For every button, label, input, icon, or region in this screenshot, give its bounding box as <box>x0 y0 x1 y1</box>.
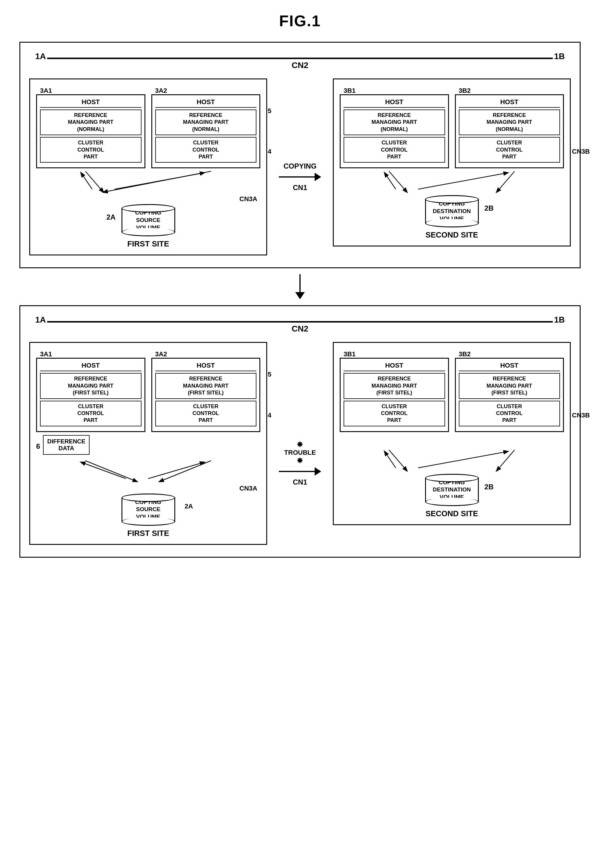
bus-label-left-2: 1A <box>35 315 46 325</box>
cn3b-label-1: CN3B <box>572 148 590 156</box>
host-3a1-label: HOST <box>40 98 141 108</box>
line4-label-1: 4 <box>268 148 271 156</box>
host-3b2-label: HOST <box>459 98 560 108</box>
host-3b2-cluster: CLUSTER CONTROL PART <box>459 137 560 163</box>
second-site-1: 3B1 HOST REFERENCE MANAGING PART (NORMAL… <box>333 79 571 246</box>
host-3a1-d2-label: HOST <box>40 361 141 371</box>
sites-row-2: 3A1 HOST REFERENCE MANAGING PART (FIRST … <box>29 342 571 544</box>
first-site-label-1: FIRST SITE <box>36 239 260 248</box>
arrows-svg-2a <box>36 461 260 485</box>
host-3a1: 3A1 HOST REFERENCE MANAGING PART (NORMAL… <box>36 94 145 168</box>
second-site-volume-area-1: 2B COPYING DESTINATION VOLUME <box>340 171 564 227</box>
host-3a1-number: 3A1 <box>40 87 52 95</box>
first-site-2: 3A1 HOST REFERENCE MANAGING PART (FIRST … <box>29 342 267 544</box>
host-3b1-d2-ref: REFERENCE MANAGING PART (FIRST SITEL) <box>344 373 445 399</box>
volume-1a-id: 2A <box>106 213 116 221</box>
line4-label-2: 4 <box>268 411 271 419</box>
host-3b1-d2-label: HOST <box>344 361 445 371</box>
volume-2a-id: 2A <box>185 502 193 510</box>
host-3b2-number: 3B2 <box>459 87 471 95</box>
svg-line-9 <box>159 461 211 482</box>
first-site-volume-area-2: 6 DIFFERENCE DATA <box>36 435 260 526</box>
host-3b2-ref: REFERENCE MANAGING PART (NORMAL) <box>459 109 560 135</box>
volume-1a: 2A COPYING SOURCE VOLUME <box>121 204 175 236</box>
host-3a2-ref: REFERENCE MANAGING PART (NORMAL) <box>155 109 257 135</box>
host-3b2-d2-number: 3B2 <box>459 350 471 358</box>
bus-line-2 <box>47 321 553 322</box>
host-3b1-number: 3B1 <box>344 87 356 95</box>
svg-line-15 <box>418 451 508 468</box>
host-3b1-label: HOST <box>344 98 445 108</box>
sites-row-1: 3A1 HOST REFERENCE MANAGING PART (NORMAL… <box>29 79 571 256</box>
second-site-label-2: SECOND SITE <box>340 509 564 518</box>
arrows-svg-1b <box>340 171 564 195</box>
bus-container-1: 1A 1B CN2 <box>29 51 571 76</box>
first-site-label-2: FIRST SITE <box>36 529 260 538</box>
cn2-label-2: CN2 <box>292 324 308 334</box>
host-3a2-d2: 3A2 HOST REFERENCE MANAGING PART (FIRST … <box>152 358 261 432</box>
diff-data-area: 6 DIFFERENCE DATA <box>36 435 89 458</box>
middle-copy-2: ✸ TROUBLE ✸ CN1 <box>273 342 327 486</box>
host-3a1-d2: 3A1 HOST REFERENCE MANAGING PART (FIRST … <box>36 358 145 432</box>
second-site-label-1: SECOND SITE <box>340 230 564 240</box>
host-3b2-d2-ref: REFERENCE MANAGING PART (FIRST SITEL) <box>459 373 560 399</box>
bus-container-2: 1A 1B CN2 <box>29 315 571 339</box>
host-3b2-d2: 3B2 HOST REFERENCE MANAGING PART (FIRST … <box>455 358 564 432</box>
svg-line-3 <box>115 173 204 189</box>
host-3b1-d2-number: 3B1 <box>344 350 356 358</box>
svg-line-7 <box>418 173 508 189</box>
diagram-2: 1A 1B CN2 3A1 HOST REFERENCE MANAGING PA… <box>20 305 580 557</box>
volume-2b: 2B COPYING DESTINATION VOLUME <box>425 474 479 506</box>
host-3b2-d2-cluster: CLUSTER CONTROL PART <box>459 401 560 426</box>
host-3a2: 3A2 HOST REFERENCE MANAGING PART (NORMAL… <box>152 94 261 168</box>
host-3b1: 3B1 HOST REFERENCE MANAGING PART (NORMAL… <box>340 94 449 168</box>
host-3a2-d2-number: 3A2 <box>155 350 167 358</box>
host-3a1-d2-number: 3A1 <box>40 350 52 358</box>
first-site-volume-area-1: CN3A 2A COPYING SOURCE VOLUME <box>36 171 260 236</box>
diff-data-id: 6 <box>36 442 40 451</box>
first-site-1: 3A1 HOST REFERENCE MANAGING PART (NORMAL… <box>29 79 267 256</box>
host-3a1-d2-cluster: CLUSTER CONTROL PART <box>40 401 141 426</box>
host-3a1-ref: REFERENCE MANAGING PART (NORMAL) <box>40 109 141 135</box>
bus-label-left-1: 1A <box>35 51 46 61</box>
bus-label-right-2: 1B <box>554 315 565 325</box>
volume-2b-id: 2B <box>485 483 494 491</box>
host-3b2-d2-label: HOST <box>459 361 560 371</box>
hosts-row-1a: 3A1 HOST REFERENCE MANAGING PART (NORMAL… <box>36 85 260 168</box>
volume-1b-id: 2B <box>485 204 494 212</box>
host-3a2-d2-cluster: CLUSTER CONTROL PART <box>155 401 257 426</box>
host-3b1-d2: 3B1 HOST REFERENCE MANAGING PART (FIRST … <box>340 358 449 432</box>
between-arrow-head <box>295 292 305 299</box>
copy-label-1: COPYING <box>283 162 317 170</box>
cn3b-label-2: CN3B <box>572 411 590 419</box>
host-3a2-number: 3A2 <box>155 87 167 95</box>
hosts-row-2a: 3A1 HOST REFERENCE MANAGING PART (FIRST … <box>36 349 260 432</box>
host-3a2-cluster: CLUSTER CONTROL PART <box>155 137 257 163</box>
second-site-2: 3B1 HOST REFERENCE MANAGING PART (FIRST … <box>333 342 571 525</box>
between-arrow-line <box>299 274 301 292</box>
cn3a-label-2: CN3A <box>239 485 257 492</box>
line5-label-2: 5 <box>268 370 271 378</box>
page-title: FIG.1 <box>279 12 321 30</box>
hosts-row-2b: 3B1 HOST REFERENCE MANAGING PART (FIRST … <box>340 349 564 432</box>
cn1-label-1: CN1 <box>293 183 307 192</box>
svg-line-2 <box>81 173 92 189</box>
svg-line-0 <box>85 171 103 192</box>
svg-line-14 <box>385 451 396 468</box>
svg-line-6 <box>385 173 396 189</box>
cn2-label-1: CN2 <box>292 60 308 70</box>
middle-copy-1: COPYING CN1 <box>273 79 327 192</box>
volume-2a: 2A COPYING SOURCE VOLUME <box>121 493 175 526</box>
host-3b1-d2-cluster: CLUSTER CONTROL PART <box>344 401 445 426</box>
host-3a2-d2-label: HOST <box>155 361 257 371</box>
hosts-row-1b: 3B1 HOST REFERENCE MANAGING PART (NORMAL… <box>340 85 564 168</box>
arrows-svg-2b <box>340 450 564 474</box>
host-3a1-d2-ref: REFERENCE MANAGING PART (FIRST SITEL) <box>40 373 141 399</box>
svg-line-10 <box>81 462 126 479</box>
host-3b2: 3B2 HOST REFERENCE MANAGING PART (NORMAL… <box>455 94 564 168</box>
volume-1b: 2B COPYING DESTINATION VOLUME <box>425 195 479 227</box>
svg-line-12 <box>389 450 407 471</box>
svg-line-4 <box>389 171 407 192</box>
svg-line-8 <box>85 461 137 482</box>
svg-line-11 <box>148 462 205 479</box>
